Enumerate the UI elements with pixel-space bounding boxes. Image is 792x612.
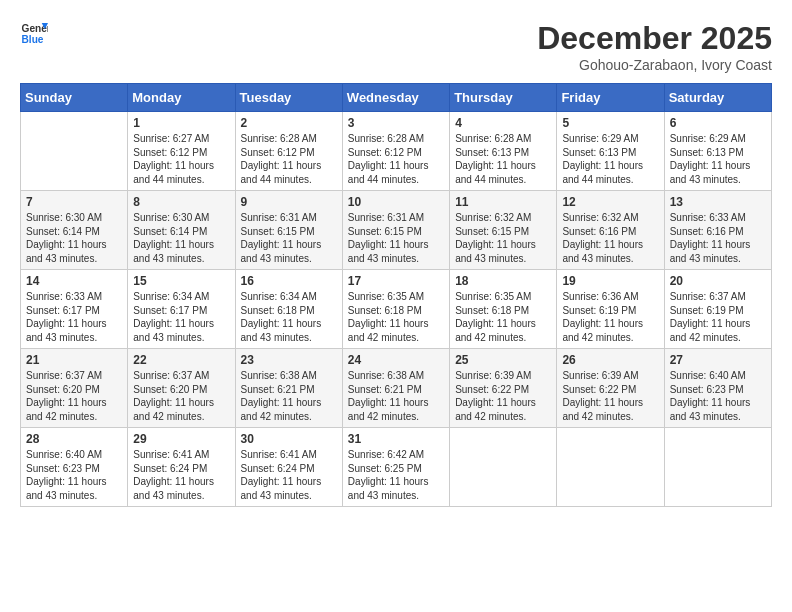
day-number: 21: [26, 353, 122, 367]
day-number: 12: [562, 195, 658, 209]
calendar-day-cell: 15Sunrise: 6:34 AM Sunset: 6:17 PM Dayli…: [128, 270, 235, 349]
day-number: 24: [348, 353, 444, 367]
calendar-day-cell: 16Sunrise: 6:34 AM Sunset: 6:18 PM Dayli…: [235, 270, 342, 349]
calendar-day-cell: 13Sunrise: 6:33 AM Sunset: 6:16 PM Dayli…: [664, 191, 771, 270]
calendar-day-cell: 4Sunrise: 6:28 AM Sunset: 6:13 PM Daylig…: [450, 112, 557, 191]
svg-text:Blue: Blue: [22, 34, 44, 45]
day-info: Sunrise: 6:39 AM Sunset: 6:22 PM Dayligh…: [455, 369, 551, 423]
day-info: Sunrise: 6:38 AM Sunset: 6:21 PM Dayligh…: [348, 369, 444, 423]
day-number: 29: [133, 432, 229, 446]
day-number: 28: [26, 432, 122, 446]
calendar-day-cell: 8Sunrise: 6:30 AM Sunset: 6:14 PM Daylig…: [128, 191, 235, 270]
day-number: 13: [670, 195, 766, 209]
calendar-day-cell: 27Sunrise: 6:40 AM Sunset: 6:23 PM Dayli…: [664, 349, 771, 428]
logo-icon: General Blue: [20, 20, 48, 48]
logo: General Blue: [20, 20, 48, 48]
day-info: Sunrise: 6:41 AM Sunset: 6:24 PM Dayligh…: [133, 448, 229, 502]
calendar-day-cell: 14Sunrise: 6:33 AM Sunset: 6:17 PM Dayli…: [21, 270, 128, 349]
calendar-day-cell: 31Sunrise: 6:42 AM Sunset: 6:25 PM Dayli…: [342, 428, 449, 507]
day-number: 7: [26, 195, 122, 209]
day-number: 9: [241, 195, 337, 209]
day-info: Sunrise: 6:30 AM Sunset: 6:14 PM Dayligh…: [133, 211, 229, 265]
day-number: 3: [348, 116, 444, 130]
day-number: 16: [241, 274, 337, 288]
calendar-day-cell: 22Sunrise: 6:37 AM Sunset: 6:20 PM Dayli…: [128, 349, 235, 428]
calendar-header-cell: Monday: [128, 84, 235, 112]
calendar-header-cell: Friday: [557, 84, 664, 112]
day-info: Sunrise: 6:37 AM Sunset: 6:19 PM Dayligh…: [670, 290, 766, 344]
calendar-week-row: 7Sunrise: 6:30 AM Sunset: 6:14 PM Daylig…: [21, 191, 772, 270]
calendar-header-cell: Sunday: [21, 84, 128, 112]
calendar-day-cell: 6Sunrise: 6:29 AM Sunset: 6:13 PM Daylig…: [664, 112, 771, 191]
day-number: 5: [562, 116, 658, 130]
day-number: 4: [455, 116, 551, 130]
calendar-day-cell: 1Sunrise: 6:27 AM Sunset: 6:12 PM Daylig…: [128, 112, 235, 191]
calendar-day-cell: [450, 428, 557, 507]
calendar-day-cell: 20Sunrise: 6:37 AM Sunset: 6:19 PM Dayli…: [664, 270, 771, 349]
day-number: 27: [670, 353, 766, 367]
calendar-day-cell: 21Sunrise: 6:37 AM Sunset: 6:20 PM Dayli…: [21, 349, 128, 428]
calendar-week-row: 28Sunrise: 6:40 AM Sunset: 6:23 PM Dayli…: [21, 428, 772, 507]
day-info: Sunrise: 6:41 AM Sunset: 6:24 PM Dayligh…: [241, 448, 337, 502]
day-info: Sunrise: 6:27 AM Sunset: 6:12 PM Dayligh…: [133, 132, 229, 186]
day-info: Sunrise: 6:28 AM Sunset: 6:13 PM Dayligh…: [455, 132, 551, 186]
day-number: 18: [455, 274, 551, 288]
day-number: 2: [241, 116, 337, 130]
day-number: 26: [562, 353, 658, 367]
main-title: December 2025: [537, 20, 772, 57]
day-info: Sunrise: 6:37 AM Sunset: 6:20 PM Dayligh…: [26, 369, 122, 423]
calendar-day-cell: 26Sunrise: 6:39 AM Sunset: 6:22 PM Dayli…: [557, 349, 664, 428]
day-number: 30: [241, 432, 337, 446]
day-info: Sunrise: 6:36 AM Sunset: 6:19 PM Dayligh…: [562, 290, 658, 344]
day-info: Sunrise: 6:29 AM Sunset: 6:13 PM Dayligh…: [670, 132, 766, 186]
title-block: December 2025 Gohouo-Zarabaon, Ivory Coa…: [537, 20, 772, 73]
day-info: Sunrise: 6:34 AM Sunset: 6:18 PM Dayligh…: [241, 290, 337, 344]
day-number: 19: [562, 274, 658, 288]
calendar-week-row: 14Sunrise: 6:33 AM Sunset: 6:17 PM Dayli…: [21, 270, 772, 349]
calendar-day-cell: 10Sunrise: 6:31 AM Sunset: 6:15 PM Dayli…: [342, 191, 449, 270]
day-info: Sunrise: 6:31 AM Sunset: 6:15 PM Dayligh…: [241, 211, 337, 265]
calendar-day-cell: 7Sunrise: 6:30 AM Sunset: 6:14 PM Daylig…: [21, 191, 128, 270]
day-info: Sunrise: 6:33 AM Sunset: 6:16 PM Dayligh…: [670, 211, 766, 265]
day-info: Sunrise: 6:35 AM Sunset: 6:18 PM Dayligh…: [455, 290, 551, 344]
calendar-header-cell: Tuesday: [235, 84, 342, 112]
calendar-day-cell: 19Sunrise: 6:36 AM Sunset: 6:19 PM Dayli…: [557, 270, 664, 349]
day-info: Sunrise: 6:28 AM Sunset: 6:12 PM Dayligh…: [348, 132, 444, 186]
calendar-day-cell: 11Sunrise: 6:32 AM Sunset: 6:15 PM Dayli…: [450, 191, 557, 270]
calendar-day-cell: 23Sunrise: 6:38 AM Sunset: 6:21 PM Dayli…: [235, 349, 342, 428]
day-info: Sunrise: 6:32 AM Sunset: 6:16 PM Dayligh…: [562, 211, 658, 265]
day-info: Sunrise: 6:33 AM Sunset: 6:17 PM Dayligh…: [26, 290, 122, 344]
calendar-day-cell: 2Sunrise: 6:28 AM Sunset: 6:12 PM Daylig…: [235, 112, 342, 191]
day-number: 14: [26, 274, 122, 288]
day-info: Sunrise: 6:34 AM Sunset: 6:17 PM Dayligh…: [133, 290, 229, 344]
calendar-day-cell: 5Sunrise: 6:29 AM Sunset: 6:13 PM Daylig…: [557, 112, 664, 191]
day-info: Sunrise: 6:28 AM Sunset: 6:12 PM Dayligh…: [241, 132, 337, 186]
day-info: Sunrise: 6:38 AM Sunset: 6:21 PM Dayligh…: [241, 369, 337, 423]
subtitle: Gohouo-Zarabaon, Ivory Coast: [537, 57, 772, 73]
day-info: Sunrise: 6:30 AM Sunset: 6:14 PM Dayligh…: [26, 211, 122, 265]
day-info: Sunrise: 6:39 AM Sunset: 6:22 PM Dayligh…: [562, 369, 658, 423]
day-number: 8: [133, 195, 229, 209]
day-info: Sunrise: 6:29 AM Sunset: 6:13 PM Dayligh…: [562, 132, 658, 186]
calendar-header-row: SundayMondayTuesdayWednesdayThursdayFrid…: [21, 84, 772, 112]
day-info: Sunrise: 6:35 AM Sunset: 6:18 PM Dayligh…: [348, 290, 444, 344]
day-info: Sunrise: 6:42 AM Sunset: 6:25 PM Dayligh…: [348, 448, 444, 502]
day-number: 10: [348, 195, 444, 209]
day-info: Sunrise: 6:32 AM Sunset: 6:15 PM Dayligh…: [455, 211, 551, 265]
day-number: 22: [133, 353, 229, 367]
day-number: 20: [670, 274, 766, 288]
day-info: Sunrise: 6:37 AM Sunset: 6:20 PM Dayligh…: [133, 369, 229, 423]
day-info: Sunrise: 6:40 AM Sunset: 6:23 PM Dayligh…: [670, 369, 766, 423]
day-number: 15: [133, 274, 229, 288]
calendar-header-cell: Saturday: [664, 84, 771, 112]
calendar-week-row: 1Sunrise: 6:27 AM Sunset: 6:12 PM Daylig…: [21, 112, 772, 191]
calendar-day-cell: 12Sunrise: 6:32 AM Sunset: 6:16 PM Dayli…: [557, 191, 664, 270]
calendar-day-cell: [557, 428, 664, 507]
day-number: 6: [670, 116, 766, 130]
calendar-header-cell: Thursday: [450, 84, 557, 112]
day-number: 23: [241, 353, 337, 367]
day-info: Sunrise: 6:40 AM Sunset: 6:23 PM Dayligh…: [26, 448, 122, 502]
calendar-day-cell: 29Sunrise: 6:41 AM Sunset: 6:24 PM Dayli…: [128, 428, 235, 507]
day-number: 11: [455, 195, 551, 209]
calendar-table: SundayMondayTuesdayWednesdayThursdayFrid…: [20, 83, 772, 507]
